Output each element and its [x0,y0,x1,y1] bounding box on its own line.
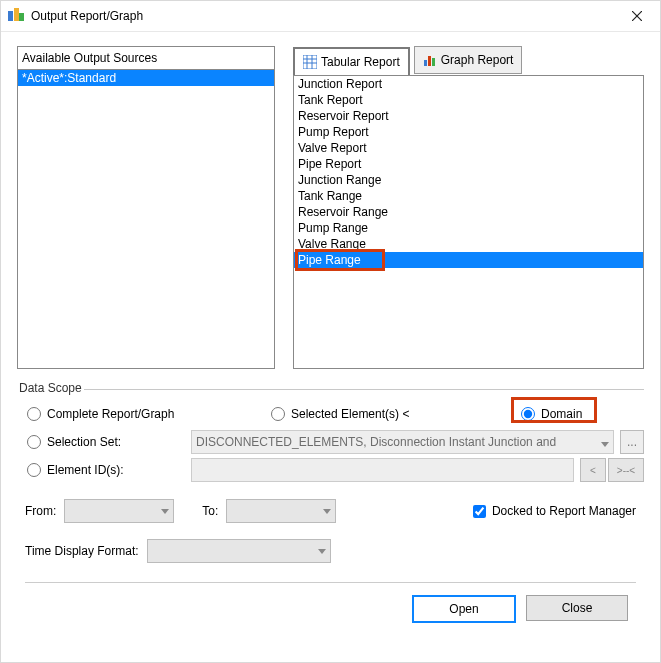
chart-icon [423,53,437,67]
element-id-step-buttons: < >--< [580,458,644,482]
selection-set-browse-button[interactable]: ... [620,430,644,454]
tab-tabular-report[interactable]: Tabular Report [293,47,410,76]
tab-graph-report[interactable]: Graph Report [414,46,523,74]
radio-label: Element ID(s): [47,463,124,477]
radio-domain[interactable]: Domain [521,407,582,421]
button-label: Close [562,601,593,615]
source-item[interactable]: *Active*:Standard [18,70,274,86]
time-format-combo[interactable] [147,539,331,563]
to-label: To: [202,504,218,518]
dialog-content: Available Output Sources *Active*:Standa… [1,32,660,662]
scope-element-ids-row: Element ID(s): < >--< [17,456,644,484]
time-format-label: Time Display Format: [25,544,139,558]
tab-label: Graph Report [441,53,514,67]
chevron-down-icon [601,436,609,450]
titlebar: Output Report/Graph [1,1,660,32]
report-item[interactable]: Reservoir Range [294,204,643,220]
tab-label: Tabular Report [321,55,400,69]
data-scope-group: Data Scope Complete Report/Graph Selecte… [17,389,644,484]
combo-text: DISCONNECTED_ELEMENTS, Disconnection Ins… [196,435,556,449]
svg-rect-10 [424,60,427,66]
from-label: From: [25,504,56,518]
chevron-down-icon [318,549,326,554]
open-button[interactable]: Open [412,595,516,623]
app-icon [7,7,25,25]
dialog-window: Output Report/Graph Available Output Sou… [0,0,661,663]
report-item[interactable]: Pump Report [294,124,643,140]
report-item[interactable]: Tank Report [294,92,643,108]
sources-header: Available Output Sources [17,46,275,69]
radio-label: Selected Element(s) < [291,407,409,421]
svg-rect-0 [8,11,13,21]
prev-icon: < [590,465,596,476]
to-combo[interactable] [226,499,336,523]
next-id-button[interactable]: >--< [608,458,644,482]
report-item[interactable]: Pipe Report [294,156,643,172]
docked-checkbox[interactable]: Docked to Report Manager [473,504,636,518]
element-ids-input[interactable] [191,458,574,482]
svg-rect-5 [303,55,317,69]
radio-selected-input[interactable] [271,407,285,421]
docked-checkbox-input[interactable] [473,505,486,518]
radio-selection-set[interactable]: Selection Set: [27,435,185,449]
window-close-button[interactable] [614,1,660,31]
chevron-down-icon [161,509,169,514]
report-list[interactable]: Junction Report Tank Report Reservoir Re… [293,75,644,369]
next-icon: >--< [617,465,635,476]
radio-label: Complete Report/Graph [47,407,174,421]
report-item[interactable]: Junction Range [294,172,643,188]
tabs: Tabular Report Graph Report [293,46,644,75]
footer-buttons: Open Close [17,583,644,623]
time-format-row: Time Display Format: [17,526,644,566]
reports-column: Tabular Report Graph Report Junction Rep… [293,46,644,369]
report-item[interactable]: Valve Range [294,236,643,252]
svg-rect-11 [428,56,431,66]
chevron-down-icon [323,509,331,514]
radio-element-ids[interactable]: Element ID(s): [27,463,185,477]
scope-radio-row-1: Complete Report/Graph Selected Element(s… [17,400,644,428]
sources-list[interactable]: *Active*:Standard [17,69,275,369]
report-item-selected[interactable]: Pipe Range [294,252,643,268]
checkbox-label: Docked to Report Manager [492,504,636,518]
selection-set-combo[interactable]: DISCONNECTED_ELEMENTS, Disconnection Ins… [191,430,614,454]
radio-selection-set-input[interactable] [27,435,41,449]
table-icon [303,55,317,69]
report-item[interactable]: Pump Range [294,220,643,236]
radio-selected-elements[interactable]: Selected Element(s) < [271,407,521,421]
data-scope-legend: Data Scope [17,381,84,395]
radio-element-ids-input[interactable] [27,463,41,477]
svg-rect-12 [432,58,435,66]
radio-domain-input[interactable] [521,407,535,421]
window-title: Output Report/Graph [31,9,614,23]
close-icon [632,11,642,21]
scope-selection-set-row: Selection Set: DISCONNECTED_ELEMENTS, Di… [17,428,644,456]
prev-id-button[interactable]: < [580,458,606,482]
report-item[interactable]: Reservoir Report [294,108,643,124]
report-item[interactable]: Tank Range [294,188,643,204]
ellipsis-label: ... [627,435,637,449]
time-range-row: From: To: Docked to Report Manager [17,484,644,526]
sources-column: Available Output Sources *Active*:Standa… [17,46,275,369]
report-item[interactable]: Junction Report [294,76,643,92]
report-item[interactable]: Valve Report [294,140,643,156]
radio-label: Domain [541,407,582,421]
radio-label: Selection Set: [47,435,121,449]
radio-complete-input[interactable] [27,407,41,421]
close-button[interactable]: Close [526,595,628,621]
svg-rect-1 [14,8,19,21]
from-combo[interactable] [64,499,174,523]
svg-rect-2 [19,13,24,21]
top-row: Available Output Sources *Active*:Standa… [17,46,644,369]
radio-complete-report[interactable]: Complete Report/Graph [17,407,271,421]
button-label: Open [449,602,478,616]
